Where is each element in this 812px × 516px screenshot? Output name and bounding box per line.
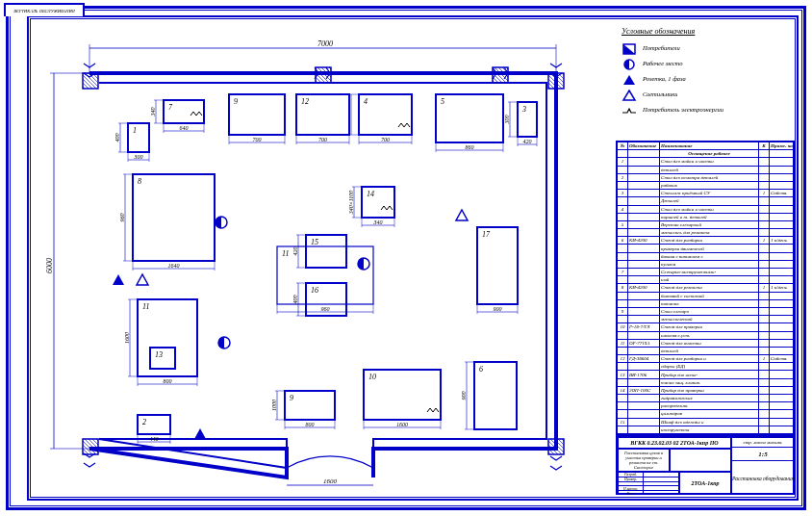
spec-cell-pos (618, 426, 628, 434)
spec-cell-code (628, 332, 660, 339)
spec-cell-qty: 1 (759, 190, 770, 196)
spec-cell-pos (618, 300, 628, 307)
spec-row: инструмента (618, 426, 793, 434)
spec-cell-note (770, 316, 793, 322)
spec-cell-code (628, 300, 660, 307)
spec-cell-pos: 10 (618, 323, 628, 330)
equip-dim-h: 1600 (124, 332, 130, 344)
spec-cell-note (770, 269, 793, 275)
spec-cell-name: Слесарно-инструменталь- (660, 269, 759, 275)
legend: Условные обозначения ПотребителиРабочее … (622, 27, 785, 118)
spec-cell-qty (759, 402, 770, 409)
legend-item: Светильники (622, 88, 785, 99)
spec-row: сборки (БД) (618, 363, 793, 371)
spec-cell-code (628, 348, 660, 354)
spec-cell-pos (618, 150, 628, 157)
spec-cell-pos (618, 261, 628, 268)
overall-width-dim: 7000 (317, 39, 333, 48)
spec-cell-qty (759, 221, 770, 228)
spec-cell-note (770, 340, 793, 347)
spec-cell-code (628, 402, 660, 409)
sheet-tab-label: ВЕРТИКАЛЬ ОБСЛУЖИВАНИЯ (13, 9, 75, 13)
spec-cell-code: Р-18-7/ТЛ (628, 323, 660, 330)
spec-cell-pos: 8 (618, 284, 628, 291)
spec-cell-name: поршней и т. деталей (660, 214, 759, 220)
spec-cell-pos: 2 (618, 174, 628, 181)
spec-cell-pos (618, 293, 628, 299)
spec-cell-note (770, 245, 793, 251)
spec-row: 9Стол слесаря (618, 308, 793, 316)
spec-cell-note (770, 323, 793, 330)
overall-height-dim: 6000 (45, 258, 54, 273)
spec-cell-qty (759, 410, 770, 417)
spec-cell-name: цилиндров (660, 410, 759, 417)
titleblock-scale-lbl: стр. масса масшт. (732, 438, 794, 448)
title-block: ВГКК 0.23.02.03 02 2ТОА-1кпр ПО Расстано… (616, 435, 795, 495)
spec-cell-pos: 14 (618, 387, 628, 394)
spec-cell-name: Стол для мойки и чистки (660, 158, 759, 165)
titleblock-sign-grid: Разраб.Провер.Н.контр.Утв. (618, 472, 679, 495)
spec-cell-note (770, 293, 793, 299)
legend-title: Условные обозначения (622, 27, 785, 36)
equipment-label: 9 (290, 394, 293, 402)
legend-label: Светильники (643, 90, 677, 97)
spec-cell-pos (618, 395, 628, 401)
equipment-label: 3 (521, 105, 526, 114)
spec-cell-name: ный (660, 276, 759, 283)
spec-cell-name: Прибор для проверки (660, 387, 759, 394)
equip-dim-h: 340×1100 (348, 191, 354, 216)
spec-cell-pos: 5 (618, 221, 628, 228)
spec-row: 12ГД-38604Стенд для разборки и1Собств. (618, 355, 793, 363)
spec-cell-pos (618, 379, 628, 386)
spec-row: металлич. для ремонта (618, 229, 793, 237)
spec-row: 10Р-18-7/ТЛСтенд для проверки (618, 323, 793, 331)
spec-cell-note (770, 214, 793, 220)
spec-cell-note (770, 182, 793, 189)
spec-cell-pos: 12 (618, 355, 628, 362)
elec-line-icon (622, 103, 637, 115)
spec-row: 3Стеллаж приёмный СУ1Собств. (618, 190, 793, 197)
equipment-9: 9700 (229, 94, 285, 144)
spec-cell-code (628, 308, 660, 315)
spec-row: 6КИ-4200Стенд для разборки11 к/день (618, 237, 793, 245)
equip-dim-w: 800 (164, 378, 172, 384)
drawing-sheet: ВЕРТИКАЛЬ ОБСЛУЖИВАНИЯ 16007000600013004… (6, 6, 806, 510)
svg-rect-134 (150, 348, 175, 369)
half-square-icon (622, 41, 637, 53)
spec-cell-code: ГД-38604 (628, 355, 660, 362)
spec-cell-qty (759, 332, 770, 339)
spec-cell-note (770, 253, 793, 260)
spec-row: Оснащение рабочее (618, 150, 793, 158)
equipment-3: 3420300 (504, 102, 537, 146)
equip-dim-w: 340 (373, 219, 383, 225)
spec-cell-code (628, 167, 660, 173)
spec-cell-pos (618, 316, 628, 322)
workplace-icon (216, 217, 227, 228)
spec-cell-note (770, 410, 793, 417)
spec-cell-note (770, 174, 793, 181)
equipment-label: 16 (311, 286, 318, 295)
wall-break-icon (550, 456, 562, 470)
spec-cell-pos (618, 182, 628, 189)
spec-cell-note: Собств. (770, 190, 793, 196)
equipment-5: 5860 (436, 94, 503, 152)
spec-cell-code (628, 158, 660, 165)
spec-cell-qty (759, 167, 770, 173)
triangle-hollow-icon (622, 88, 637, 99)
spec-cell-qty (759, 316, 770, 322)
spec-cell-qty: 1 (759, 237, 770, 244)
equip-dim-h: 1000 (271, 400, 277, 411)
spec-cell-qty (759, 340, 770, 347)
spec-cell-code: КИ-4200 (628, 237, 660, 244)
spec-cell-qty (759, 348, 770, 354)
spec-h-note: Приме- чание (770, 142, 793, 149)
spec-cell-code (628, 229, 660, 236)
spec-cell-note (770, 395, 793, 401)
spec-cell-qty (759, 276, 770, 283)
spec-row: 4Стол для мойки и чистки (618, 206, 793, 214)
spec-row: 142ОН-100СПрибор для проверки (618, 387, 793, 395)
equip-dim-w: 860 (466, 144, 474, 150)
spec-cell-name: проверки двигателей (660, 245, 759, 251)
light-icon (137, 274, 148, 285)
spec-row: 7Слесарно-инструменталь- (618, 269, 793, 276)
